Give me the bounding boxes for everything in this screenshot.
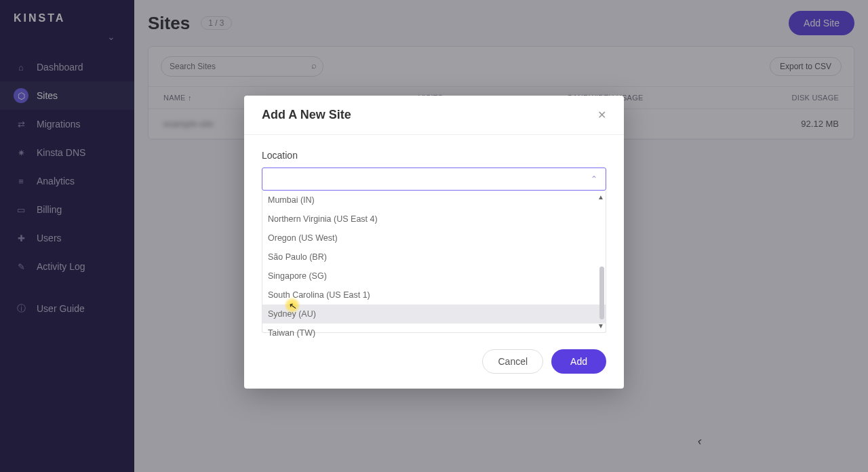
close-icon: ✕ (597, 109, 606, 121)
cancel-button[interactable]: Cancel (482, 349, 543, 374)
chevron-up-icon: ⌃ (591, 174, 597, 184)
location-option[interactable]: South Carolina (US East 1) (262, 286, 606, 304)
location-select[interactable]: ⌃ (262, 168, 606, 191)
close-button[interactable]: ✕ (597, 109, 606, 121)
modal-body: Location ⌃ ▲ Mumbai (IN)Northern Virgini… (244, 135, 624, 338)
scroll-up-icon[interactable]: ▲ (597, 193, 604, 201)
location-option[interactable]: Mumbai (IN) (262, 191, 606, 210)
location-option[interactable]: Northern Virginia (US East 4) (262, 210, 606, 229)
location-option[interactable]: São Paulo (BR) (262, 248, 606, 267)
modal-title: Add A New Site (262, 108, 351, 122)
add-button[interactable]: Add (551, 349, 606, 374)
add-site-modal: Add A New Site ✕ Location ⌃ ▲ Mumbai (IN… (244, 96, 624, 389)
location-option[interactable]: Oregon (US West) (262, 229, 606, 248)
location-option[interactable]: Singapore (SG) (262, 267, 606, 286)
location-dropdown: ▲ Mumbai (IN)Northern Virginia (US East … (262, 191, 606, 333)
location-option[interactable]: Taiwan (TW) (262, 323, 606, 342)
location-field-label: Location (262, 150, 606, 161)
scrollbar-thumb[interactable] (599, 267, 604, 319)
scroll-down-icon[interactable]: ▼ (597, 322, 604, 330)
modal-header: Add A New Site ✕ (244, 96, 624, 135)
modal-footer: Cancel Add (244, 338, 624, 389)
location-option[interactable]: Sydney (AU) (262, 304, 606, 323)
